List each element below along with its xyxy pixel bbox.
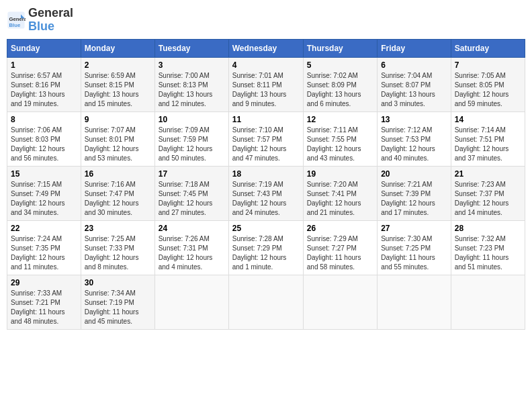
calendar-cell: 22Sunrise: 7:24 AM Sunset: 7:35 PM Dayli… [7,220,81,275]
calendar-cell: 13Sunrise: 7:12 AM Sunset: 7:53 PM Dayli… [378,111,451,166]
header-day-friday: Friday [378,39,451,57]
day-number: 16 [85,169,151,179]
calendar-cell: 19Sunrise: 7:20 AM Sunset: 7:41 PM Dayli… [303,166,377,220]
header-day-monday: Monday [81,39,154,57]
day-number: 14 [455,115,521,124]
day-info: Sunrise: 6:57 AM Sunset: 8:16 PM Dayligh… [11,71,77,109]
day-number: 28 [455,224,521,233]
day-info: Sunrise: 7:18 AM Sunset: 7:45 PM Dayligh… [159,180,225,218]
day-number: 6 [381,60,447,70]
page-header: General Blue GeneralBlue [7,7,525,34]
calendar-cell: 24Sunrise: 7:26 AM Sunset: 7:31 PM Dayli… [154,220,228,275]
day-info: Sunrise: 7:05 AM Sunset: 8:05 PM Dayligh… [455,71,521,109]
header-day-saturday: Saturday [451,39,525,57]
calendar-cell: 4Sunrise: 7:01 AM Sunset: 8:11 PM Daylig… [228,57,303,111]
calendar-cell: 18Sunrise: 7:19 AM Sunset: 7:43 PM Dayli… [228,166,303,220]
day-info: Sunrise: 7:23 AM Sunset: 7:37 PM Dayligh… [455,180,521,218]
calendar-cell: 30Sunrise: 7:34 AM Sunset: 7:19 PM Dayli… [81,275,154,329]
calendar-cell: 6Sunrise: 7:04 AM Sunset: 8:07 PM Daylig… [378,57,451,111]
day-info: Sunrise: 7:10 AM Sunset: 7:57 PM Dayligh… [232,126,300,163]
header-day-sunday: Sunday [7,39,81,57]
calendar-cell [451,275,525,329]
calendar-cell: 9Sunrise: 7:07 AM Sunset: 8:01 PM Daylig… [81,111,154,166]
day-number: 30 [85,278,151,287]
day-number: 1 [11,60,77,70]
calendar-cell: 23Sunrise: 7:25 AM Sunset: 7:33 PM Dayli… [81,220,154,275]
svg-text:Blue: Blue [9,22,21,28]
day-number: 11 [232,115,300,124]
day-info: Sunrise: 7:28 AM Sunset: 7:29 PM Dayligh… [232,234,300,272]
calendar-cell: 8Sunrise: 7:06 AM Sunset: 8:03 PM Daylig… [7,111,81,166]
calendar-cell: 20Sunrise: 7:21 AM Sunset: 7:39 PM Dayli… [378,166,451,220]
calendar-cell: 7Sunrise: 7:05 AM Sunset: 8:05 PM Daylig… [451,57,525,111]
logo-text: GeneralBlue [28,7,73,34]
day-info: Sunrise: 7:09 AM Sunset: 7:59 PM Dayligh… [159,126,225,163]
calendar-cell: 21Sunrise: 7:23 AM Sunset: 7:37 PM Dayli… [451,166,525,220]
day-info: Sunrise: 7:29 AM Sunset: 7:27 PM Dayligh… [307,234,373,272]
day-number: 26 [307,224,373,233]
day-info: Sunrise: 7:30 AM Sunset: 7:25 PM Dayligh… [381,234,447,272]
calendar-cell [154,275,228,329]
day-number: 7 [455,60,521,70]
day-info: Sunrise: 7:26 AM Sunset: 7:31 PM Dayligh… [159,234,225,272]
calendar-cell: 28Sunrise: 7:32 AM Sunset: 7:23 PM Dayli… [451,220,525,275]
day-number: 9 [85,115,151,124]
calendar-cell: 3Sunrise: 7:00 AM Sunset: 8:13 PM Daylig… [154,57,228,111]
day-number: 2 [85,60,151,70]
day-info: Sunrise: 7:01 AM Sunset: 8:11 PM Dayligh… [232,71,300,109]
calendar-header: SundayMondayTuesdayWednesdayThursdayFrid… [7,39,525,57]
day-number: 8 [11,115,77,124]
week-row-3: 15Sunrise: 7:15 AM Sunset: 7:49 PM Dayli… [7,166,525,220]
week-row-1: 1Sunrise: 6:57 AM Sunset: 8:16 PM Daylig… [7,57,525,111]
day-number: 5 [307,60,373,70]
day-info: Sunrise: 7:02 AM Sunset: 8:09 PM Dayligh… [307,71,373,109]
calendar-body: 1Sunrise: 6:57 AM Sunset: 8:16 PM Daylig… [7,57,525,329]
week-row-5: 29Sunrise: 7:33 AM Sunset: 7:21 PM Dayli… [7,275,525,329]
calendar-cell: 11Sunrise: 7:10 AM Sunset: 7:57 PM Dayli… [228,111,303,166]
day-number: 15 [11,169,77,179]
day-info: Sunrise: 7:20 AM Sunset: 7:41 PM Dayligh… [307,180,373,218]
calendar-table: SundayMondayTuesdayWednesdayThursdayFrid… [7,39,525,330]
header-day-wednesday: Wednesday [228,39,303,57]
day-info: Sunrise: 7:04 AM Sunset: 8:07 PM Dayligh… [381,71,447,109]
day-number: 25 [232,224,300,233]
day-info: Sunrise: 7:19 AM Sunset: 7:43 PM Dayligh… [232,180,300,218]
day-info: Sunrise: 7:12 AM Sunset: 7:53 PM Dayligh… [381,126,447,163]
day-info: Sunrise: 7:14 AM Sunset: 7:51 PM Dayligh… [455,126,521,163]
week-row-4: 22Sunrise: 7:24 AM Sunset: 7:35 PM Dayli… [7,220,525,275]
day-number: 27 [381,224,447,233]
calendar-cell: 14Sunrise: 7:14 AM Sunset: 7:51 PM Dayli… [451,111,525,166]
day-number: 4 [232,60,300,70]
day-info: Sunrise: 7:32 AM Sunset: 7:23 PM Dayligh… [455,234,521,272]
day-number: 17 [159,169,225,179]
day-info: Sunrise: 7:21 AM Sunset: 7:39 PM Dayligh… [381,180,447,218]
calendar-cell: 10Sunrise: 7:09 AM Sunset: 7:59 PM Dayli… [154,111,228,166]
calendar-cell: 26Sunrise: 7:29 AM Sunset: 7:27 PM Dayli… [303,220,377,275]
day-number: 3 [159,60,225,70]
calendar-cell: 16Sunrise: 7:16 AM Sunset: 7:47 PM Dayli… [81,166,154,220]
day-number: 24 [159,224,225,233]
calendar-cell [378,275,451,329]
header-day-tuesday: Tuesday [154,39,228,57]
day-info: Sunrise: 7:16 AM Sunset: 7:47 PM Dayligh… [85,180,151,218]
day-number: 20 [381,169,447,179]
day-info: Sunrise: 6:59 AM Sunset: 8:15 PM Dayligh… [85,71,151,109]
day-number: 22 [11,224,77,233]
calendar-cell: 29Sunrise: 7:33 AM Sunset: 7:21 PM Dayli… [7,275,81,329]
day-number: 21 [455,169,521,179]
day-number: 29 [11,278,77,287]
logo-icon: General Blue [7,11,26,30]
calendar-cell: 25Sunrise: 7:28 AM Sunset: 7:29 PM Dayli… [228,220,303,275]
calendar-cell: 1Sunrise: 6:57 AM Sunset: 8:16 PM Daylig… [7,57,81,111]
week-row-2: 8Sunrise: 7:06 AM Sunset: 8:03 PM Daylig… [7,111,525,166]
header-row: SundayMondayTuesdayWednesdayThursdayFrid… [7,39,525,57]
calendar-cell: 15Sunrise: 7:15 AM Sunset: 7:49 PM Dayli… [7,166,81,220]
calendar-cell: 5Sunrise: 7:02 AM Sunset: 8:09 PM Daylig… [303,57,377,111]
day-number: 12 [307,115,373,124]
logo: General Blue GeneralBlue [7,7,73,34]
calendar-cell: 12Sunrise: 7:11 AM Sunset: 7:55 PM Dayli… [303,111,377,166]
calendar-cell: 2Sunrise: 6:59 AM Sunset: 8:15 PM Daylig… [81,57,154,111]
day-info: Sunrise: 7:15 AM Sunset: 7:49 PM Dayligh… [11,180,77,218]
calendar-cell: 17Sunrise: 7:18 AM Sunset: 7:45 PM Dayli… [154,166,228,220]
day-info: Sunrise: 7:07 AM Sunset: 8:01 PM Dayligh… [85,126,151,163]
